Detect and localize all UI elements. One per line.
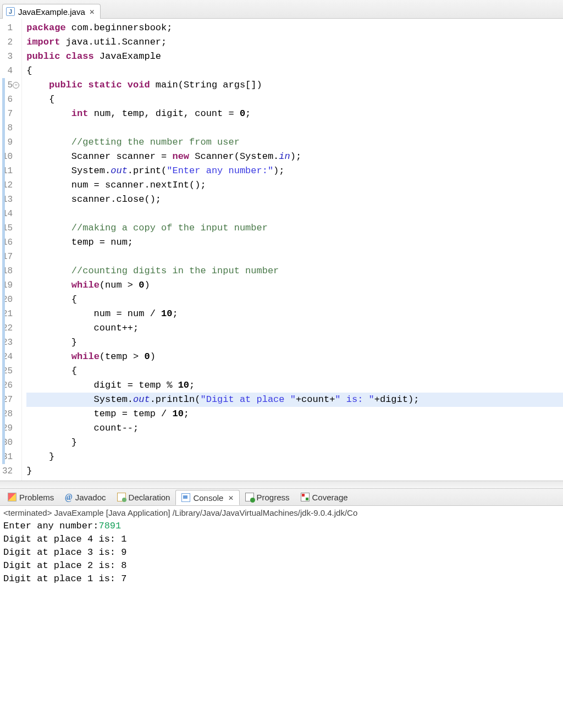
line-number: 29 [2, 421, 18, 435]
line-number: 20 [2, 293, 18, 307]
tab-label: Coverage [312, 493, 348, 502]
code-line[interactable]: while(temp > 0) [26, 350, 563, 364]
line-number: 31 [2, 450, 18, 464]
line-number: 16 [2, 235, 18, 250]
console-line: Digit at place 3 is: 9 [3, 547, 126, 558]
tab-problems[interactable]: Problems [2, 490, 59, 504]
console-status: <terminated> JavaExample [Java Applicati… [0, 506, 563, 519]
tab-progress[interactable]: Progress [240, 490, 295, 504]
code-line[interactable]: package com.beginnersbook; [26, 21, 563, 35]
line-number: 27 [2, 393, 18, 407]
code-line[interactable]: public static void main(String args[]) [26, 78, 563, 92]
console-icon [181, 493, 190, 502]
java-file-icon: J [6, 7, 15, 16]
line-number: 23 [2, 335, 18, 350]
line-number: 11 [2, 164, 18, 178]
close-icon[interactable]: ✕ [89, 7, 96, 16]
code-editor[interactable]: 12345−6789101112131415161718192021222324… [0, 19, 563, 481]
tab-label: Problems [19, 493, 54, 502]
line-number: 32 [2, 464, 18, 478]
line-number: 9 [2, 135, 18, 150]
coverage-icon [301, 493, 310, 501]
code-line[interactable]: } [26, 464, 563, 478]
line-number: 5− [2, 78, 18, 92]
editor-tab-filename: JavaExample.java [18, 7, 85, 16]
code-line[interactable]: //getting the number from user [26, 135, 563, 150]
progress-icon [245, 493, 254, 501]
problems-icon [8, 493, 16, 501]
code-line[interactable]: count++; [26, 321, 563, 335]
line-number: 7 [2, 107, 18, 121]
line-number: 14 [2, 207, 18, 221]
line-number: 3 [2, 49, 18, 64]
code-line[interactable]: num = num / 10; [26, 307, 563, 321]
line-number-gutter: 12345−6789101112131415161718192021222324… [0, 19, 22, 481]
code-line[interactable]: { [26, 64, 563, 78]
tab-label: Progress [257, 493, 290, 502]
code-line[interactable]: num = scanner.nextInt(); [26, 178, 563, 192]
code-line[interactable] [26, 250, 563, 264]
close-icon[interactable]: ✕ [228, 493, 233, 503]
line-number: 28 [2, 407, 18, 421]
code-line[interactable]: int num, temp, digit, count = 0; [26, 107, 563, 121]
line-number: 8 [2, 121, 18, 135]
tab-declaration[interactable]: Declaration [112, 490, 176, 504]
console-line: Digit at place 1 is: 7 [3, 573, 126, 584]
tab-console[interactable]: Console✕ [175, 490, 239, 505]
line-number: 10 [2, 150, 18, 164]
code-line[interactable] [26, 121, 563, 135]
line-number: 18 [2, 264, 18, 278]
line-number: 21 [2, 307, 18, 321]
code-line[interactable]: } [26, 435, 563, 450]
line-number: 6 [2, 92, 18, 107]
code-area[interactable]: package com.beginnersbook;import java.ut… [22, 19, 563, 481]
tab-label: Declaration [129, 493, 170, 502]
console-output[interactable]: Enter any number:7891 Digit at place 4 i… [0, 519, 563, 590]
line-number: 12 [2, 178, 18, 192]
console-user-input: 7891 [98, 521, 121, 531]
code-line[interactable]: while(num > 0) [26, 278, 563, 293]
code-line[interactable]: temp = num; [26, 235, 563, 250]
line-number: 4 [2, 64, 18, 78]
tab-javadoc[interactable]: @Javadoc [59, 490, 111, 504]
code-line[interactable]: count--; [26, 421, 563, 435]
line-number: 15 [2, 221, 18, 235]
tab-coverage[interactable]: Coverage [295, 490, 354, 504]
line-number: 2 [2, 35, 18, 49]
code-line[interactable]: System.out.println("Digit at place "+cou… [26, 393, 563, 407]
javadoc-icon: @ [65, 492, 72, 502]
console-line: Digit at place 2 is: 8 [3, 560, 126, 571]
line-number: 25 [2, 364, 18, 378]
code-line[interactable] [26, 207, 563, 221]
code-line[interactable]: { [26, 92, 563, 107]
code-line[interactable]: import java.util.Scanner; [26, 35, 563, 49]
code-line[interactable]: //counting digits in the input number [26, 264, 563, 278]
code-line[interactable]: { [26, 364, 563, 378]
code-line[interactable]: { [26, 293, 563, 307]
console-line: Digit at place 4 is: 1 [3, 534, 126, 544]
code-line[interactable]: //making a copy of the input number [26, 221, 563, 235]
code-line[interactable]: System.out.print("Enter any number:"); [26, 164, 563, 178]
code-line[interactable]: temp = temp / 10; [26, 407, 563, 421]
declaration-icon [117, 493, 126, 501]
code-line[interactable]: } [26, 450, 563, 464]
code-line[interactable]: public class JavaExample [26, 49, 563, 64]
code-line[interactable]: } [26, 335, 563, 350]
code-line[interactable]: digit = temp % 10; [26, 378, 563, 393]
code-line[interactable]: Scanner scanner = new Scanner(System.in)… [26, 150, 563, 164]
tab-label: Console [193, 493, 223, 503]
tab-label: Javadoc [75, 493, 106, 502]
line-number: 24 [2, 350, 18, 364]
line-number: 19 [2, 278, 18, 293]
editor-tab[interactable]: J JavaExample.java ✕ [2, 4, 101, 19]
editor-tabbar: J JavaExample.java ✕ [0, 0, 563, 19]
line-number: 17 [2, 250, 18, 264]
line-number: 1 [2, 21, 18, 35]
bottom-panel-tabs: Problems@JavadocDeclarationConsole✕Progr… [0, 488, 563, 506]
fold-toggle-icon[interactable]: − [13, 82, 19, 89]
code-line[interactable]: scanner.close(); [26, 192, 563, 207]
panel-separator[interactable] [0, 481, 563, 488]
line-number: 26 [2, 378, 18, 393]
line-number: 22 [2, 321, 18, 335]
line-number: 30 [2, 435, 18, 450]
